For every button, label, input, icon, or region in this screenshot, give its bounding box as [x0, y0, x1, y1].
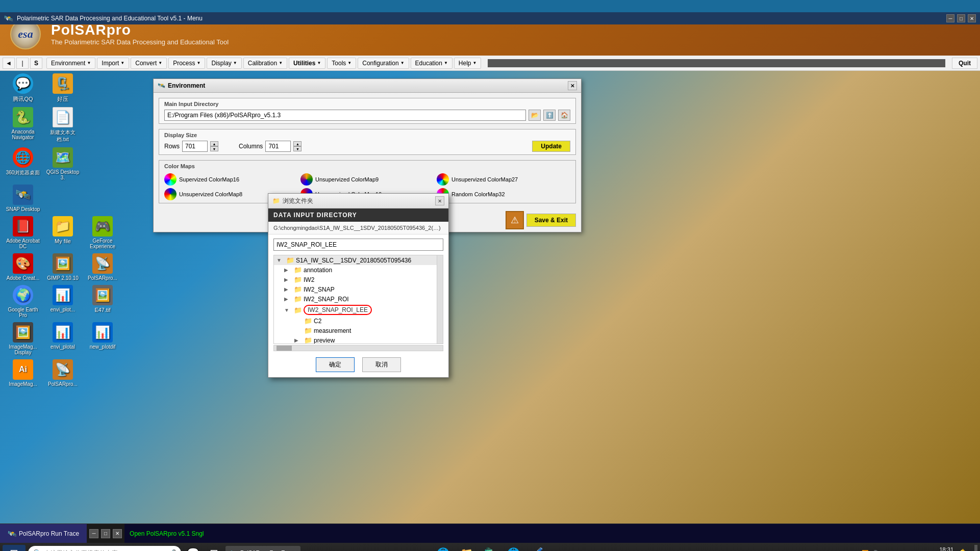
toolbar-back[interactable]: ◄ [3, 58, 15, 69]
toolbar-s[interactable]: S [30, 58, 42, 69]
file-tree[interactable]: ▼ 📁 S1A_IW_SLC__1SDV_20180505T095436 ▶ 📁… [273, 255, 443, 344]
desktop-icon-adobe[interactable]: 📕 Adobe Acrobat DC [5, 216, 41, 249]
rows-down-button[interactable]: ▼ [210, 146, 218, 151]
columns-input[interactable] [265, 141, 291, 152]
desktop-icon-polsarpro2[interactable]: 📡 PolSARpro... [45, 359, 81, 387]
tree-item-label: IW2 [304, 276, 314, 283]
tree-item-iw2-snap-roi-lee[interactable]: ▼ 📁 IW2_SNAP_ROI_LEE [274, 304, 443, 316]
desktop-icon-360[interactable]: 🌐 360浏览器桌面 [5, 147, 41, 180]
desktop-icon-geforce[interactable]: 🎮 GeForce Experience [85, 216, 120, 249]
tree-item-iw2[interactable]: ▶ 📁 IW2 [274, 275, 443, 284]
tree-item-c2[interactable]: ▶ 📁 C2 [274, 316, 443, 326]
desktop-icon-polsarpro1[interactable]: 📡 PolSARpro... [85, 253, 120, 281]
desktop-icon-txt[interactable]: 📄 新建文本文档.txt [45, 107, 81, 143]
colormap-icon [300, 173, 313, 186]
desktop-icon-enviplotall[interactable]: 📊 envi_plotal [45, 322, 81, 355]
colormap-supervized16[interactable]: Supervized ColorMap16 [164, 173, 298, 186]
run-trace-minimize[interactable]: ─ [89, 529, 98, 538]
menu-help[interactable]: Help ▼ [454, 58, 482, 69]
colormap-unsupervized9[interactable]: Unsupervized ColorMap9 [300, 173, 434, 186]
folder-icon: 📁 [286, 256, 294, 264]
run-trace-close[interactable]: ✕ [113, 529, 122, 538]
desktop-icon-newplotdif[interactable]: 📊 new_plotdif [85, 322, 120, 355]
start-button[interactable]: ⊞ [3, 545, 26, 551]
minimize-button[interactable]: ─ [946, 14, 954, 22]
desktop-icon-e47tif[interactable]: 🖼️ E47.tif [85, 285, 120, 318]
desktop-icon-haozip[interactable]: 🗜️ 好压 [45, 73, 81, 103]
cancel-button[interactable]: 取消 [362, 357, 401, 372]
desktop-icon-myfile[interactable]: 📁 My file [45, 216, 81, 249]
taskbar-apps[interactable]: 🖊️ [528, 544, 546, 551]
env-orange-button[interactable]: ⚠ [506, 211, 524, 229]
tree-item-annotation[interactable]: ▶ 📁 annotation [274, 265, 443, 275]
file-browser-dialog: 📁 浏览文件夹 ✕ DATA INPUT DIRECTORY G:\chongm… [268, 193, 449, 378]
desktop-icon-imagemag[interactable]: 🖼️ ImageMag... Display [5, 322, 41, 355]
main-input-dir-field[interactable] [164, 110, 526, 121]
maximize-button[interactable]: □ [957, 14, 965, 22]
close-button[interactable]: ✕ [968, 14, 976, 22]
desktop-icon-ai[interactable]: Ai ImageMag... [5, 359, 41, 387]
notification-icon[interactable]: 🔔 [958, 548, 968, 552]
desktop-icon-adobe-create[interactable]: 🎨 Adobe Creat... [5, 253, 41, 281]
desktop-icon-qq[interactable]: 💬 腾讯QQ [5, 73, 41, 103]
tree-item-label: S1A_IW_SLC__1SDV_20180505T095436 [296, 257, 411, 264]
horizontal-scrollbar[interactable] [273, 345, 443, 351]
tree-item-root[interactable]: ▼ 📁 S1A_IW_SLC__1SDV_20180505T095436 [274, 255, 443, 265]
tree-item-measurement[interactable]: ▶ 📁 measurement [274, 326, 443, 335]
title-bar: 🛰️ Polarimetric SAR Data Processing and … [0, 12, 980, 24]
env-close-button[interactable]: ✕ [568, 81, 577, 90]
menu-display[interactable]: Display ▼ [207, 58, 241, 69]
tree-scrollbar[interactable] [437, 255, 443, 344]
rows-up-button[interactable]: ▲ [210, 141, 218, 146]
folder-icon: 📁 [294, 306, 302, 314]
run-trace-maximize[interactable]: □ [101, 529, 110, 538]
menu-import[interactable]: Import ▼ [97, 58, 129, 69]
taskbar-cortana[interactable]: 💬 [184, 544, 202, 551]
rows-input[interactable] [182, 141, 208, 152]
rows-group: Rows ▲ ▼ [164, 141, 218, 152]
desktop-icon-google-earth[interactable]: 🌍 Google Earth Pro [5, 285, 41, 318]
taskbar-app-polsarpro[interactable]: 🛰️ PolSARpro Run Trace [225, 546, 300, 551]
chevron-down-icon: ▼ [233, 61, 237, 65]
browse-button[interactable]: 📂 [529, 110, 541, 121]
file-dialog-search-input[interactable] [273, 239, 443, 251]
update-button[interactable]: Update [532, 141, 570, 152]
desktop-icon-snap[interactable]: 🛰️ SNAP Desktop [5, 185, 41, 212]
menu-process[interactable]: Process ▼ [168, 58, 205, 69]
menu-convert[interactable]: Convert ▼ [131, 58, 167, 69]
taskbar-chrome[interactable]: 🌐 [505, 544, 523, 551]
taskbar-explorer[interactable]: 📁 [458, 544, 476, 551]
tree-item-iw2-snap[interactable]: ▶ 📁 IW2_SNAP [274, 284, 443, 294]
menu-configuration[interactable]: Configuration ▼ [358, 58, 409, 69]
file-dialog-close-button[interactable]: ✕ [435, 196, 444, 205]
taskbar-clock[interactable]: 18:31 2019/5/13 [928, 546, 953, 551]
menu-education[interactable]: Education ▼ [411, 58, 453, 69]
menu-environment[interactable]: Environment ▼ [46, 58, 95, 69]
taskbar-search-bar[interactable]: 🔍 在这里输入你要搜索的内容 🎤 [28, 546, 181, 551]
save-exit-button[interactable]: Save & Exit [526, 214, 576, 227]
colormap-random32[interactable]: Random ColorMap32 [437, 188, 570, 200]
menu-calibration[interactable]: Calibration ▼ [243, 58, 287, 69]
tree-item-iw2-snap-roi[interactable]: ▶ 📁 IW2_SNAP_ROI [274, 294, 443, 304]
taskbar-taskview[interactable]: ⊡ [205, 544, 223, 551]
desktop-icon-qgis[interactable]: 🗺️ QGIS Desktop 3. [45, 147, 81, 180]
desktop-icon-gimp[interactable]: 🖼️ GIMP 2.10.10 [45, 253, 81, 281]
columns-down-button[interactable]: ▼ [293, 146, 301, 151]
chevron-down-icon: ▼ [120, 61, 124, 65]
tree-item-preview[interactable]: ▶ 📁 preview [274, 335, 443, 344]
quit-button[interactable]: Quit [952, 58, 977, 69]
menu-utilities[interactable]: Utilities ▼ [289, 58, 325, 69]
confirm-button[interactable]: 确定 [316, 357, 355, 372]
taskbar-store[interactable]: 🛍️ [481, 544, 499, 551]
columns-up-button[interactable]: ▲ [293, 141, 301, 146]
rows-spinner: ▲ ▼ [210, 141, 218, 151]
colormap-unsupervized27[interactable]: Unsupervized ColorMap27 [437, 173, 570, 186]
home-button[interactable]: 🏠 [558, 110, 570, 121]
menu-tools[interactable]: Tools ▼ [327, 58, 356, 69]
run-trace-title-text: PolSARpro Run Trace [19, 530, 79, 537]
folder-up-button[interactable]: ⬆️ [543, 110, 556, 121]
show-desktop-button[interactable] [974, 545, 977, 551]
desktop-icon-enviplot[interactable]: 📊 envi_plot... [45, 285, 81, 318]
desktop-icon-anaconda[interactable]: 🐍 Anaconda Navigator [5, 107, 41, 143]
taskbar-edge[interactable]: 🌐 [434, 544, 453, 551]
